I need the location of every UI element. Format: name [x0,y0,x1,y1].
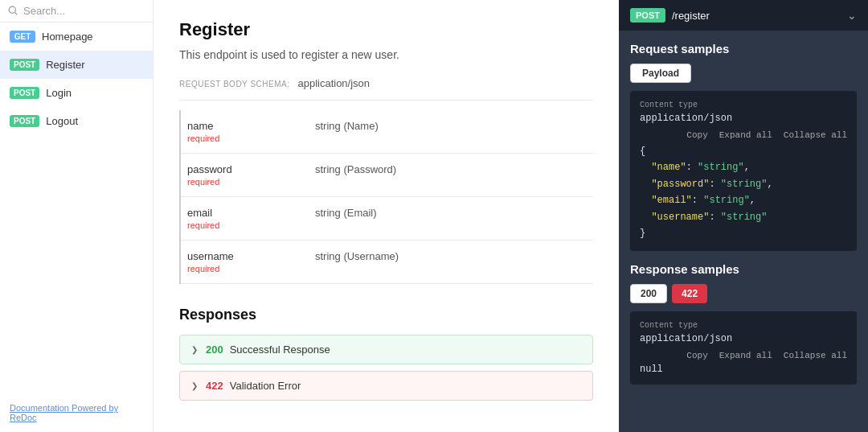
resp-code-actions: Copy Expand all Collapse all [640,351,847,360]
nav-label-login: Login [46,87,72,99]
fields-table: name required string (Name) password req… [179,110,593,284]
response-code: 200 [206,344,223,356]
schema-value: application/json [297,77,370,89]
sidebar-item-login[interactable]: POSTLogin [0,79,153,107]
response-code-block: Content type application/json Copy Expan… [630,311,857,385]
nav-label-logout: Logout [46,115,78,127]
field-type: string (Name) [309,110,593,154]
resp-copy-action[interactable]: Copy [686,351,707,360]
chevron-icon: ❯ [191,381,198,390]
response-code: 422 [206,380,223,392]
request-code-block: Content type application/json Copy Expan… [630,91,857,251]
endpoint-path: /register [672,10,841,22]
sidebar-item-logout[interactable]: POSTLogout [0,107,153,135]
request-samples-title: Request samples [630,42,857,56]
response-samples-title: Response samples [630,262,857,276]
resp-expand-action[interactable]: Expand all [719,351,772,360]
page-description: This endpoint is used to register a new … [179,48,593,61]
field-name-cell: username required [180,241,309,284]
nav-label-homepage: Homepage [42,31,93,43]
page-title: Register [179,19,593,40]
method-badge-login: POST [10,87,39,99]
field-name-cell: email required [180,197,309,241]
sidebar: Search... GETHomepagePOSTRegisterPOSTLog… [0,0,154,432]
method-badge-logout: POST [10,115,39,127]
field-type: string (Username) [309,241,593,284]
table-row: username required string (Username) [180,241,593,284]
response-samples-section: Response samples 200 422 Content type ap… [619,262,868,396]
field-required: required [187,177,302,187]
resp-content-type-label: Content type [640,321,847,330]
sidebar-item-register[interactable]: POSTRegister [0,51,153,79]
field-required: required [187,134,302,143]
main-content: Register This endpoint is used to regist… [154,0,619,432]
response-row-422[interactable]: ❯ 422 Validation Error [179,371,593,401]
resp-collapse-action[interactable]: Collapse all [784,351,847,360]
resp-content-type-value: application/json [640,333,847,344]
field-name: username [187,250,302,262]
resp-tab-200[interactable]: 200 [630,284,667,303]
schema-label: REQUEST BODY SCHEMA: [179,80,289,88]
response-desc: Validation Error [230,380,301,392]
right-panel: POST /register ⌄ Request samples Payload… [619,0,868,432]
responses-list: ❯ 200 Successful Response ❯ 422 Validati… [179,335,593,401]
sidebar-item-homepage[interactable]: GETHomepage [0,23,153,51]
resp-null-value: null [640,364,847,375]
method-badge-register: POST [10,59,39,71]
field-name: password [187,163,302,175]
resp-tab-422[interactable]: 422 [672,284,707,303]
table-row: password required string (Password) [180,154,593,197]
request-samples-section: Request samples Payload Content type app… [619,42,868,262]
copy-action[interactable]: Copy [686,130,707,140]
table-row: email required string (Email) [180,197,593,241]
nav-label-register: Register [46,59,84,71]
request-code-body: { "name": "string", "password": "string"… [640,143,847,241]
field-required: required [187,220,302,230]
search-placeholder: Search... [23,5,65,17]
nav-items: GETHomepagePOSTRegisterPOSTLoginPOSTLogo… [0,23,153,135]
responses-title: Responses [179,307,593,323]
payload-tab[interactable]: Payload [630,64,691,83]
expand-all-action[interactable]: Expand all [719,130,772,140]
code-actions: Copy Expand all Collapse all [640,130,847,140]
field-name: email [187,207,302,219]
field-type: string (Password) [309,154,593,197]
field-name-cell: name required [180,110,309,154]
field-required: required [187,264,302,274]
svg-line-1 [15,13,18,15]
method-badge: POST [630,8,665,23]
field-name-cell: password required [180,154,309,197]
content-type-label: Content type [640,101,847,109]
collapse-all-action[interactable]: Collapse all [784,130,847,140]
field-type: string (Email) [309,197,593,241]
response-desc: Successful Response [230,344,330,356]
table-row: name required string (Name) [180,110,593,154]
search-icon [8,6,18,16]
method-badge-homepage: GET [10,31,35,43]
search-bar[interactable]: Search... [0,0,153,23]
schema-header: REQUEST BODY SCHEMA: application/json [179,77,593,101]
endpoint-bar: POST /register ⌄ [619,0,868,31]
chevron-icon: ❯ [191,345,198,354]
svg-point-0 [9,6,15,13]
response-tabs: 200 422 [630,284,857,303]
field-name: name [187,120,302,132]
powered-by-link[interactable]: Documentation Powered by ReDoc [0,393,153,432]
response-row-200[interactable]: ❯ 200 Successful Response [179,335,593,364]
expand-icon[interactable]: ⌄ [847,9,857,22]
content-type-value: application/json [640,113,847,124]
